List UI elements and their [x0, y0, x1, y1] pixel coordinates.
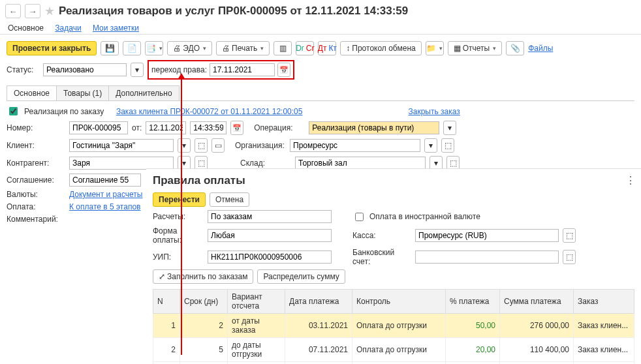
client-open-icon[interactable]: ⬚ [195, 138, 208, 153]
org-dd-icon[interactable]: ▾ [424, 138, 437, 153]
order-link[interactable]: Заказ клиента ПР0К-000072 от 01.11.2021 … [116, 107, 303, 116]
transfer-date-field[interactable] [210, 63, 275, 76]
page-title: Реализация товаров и услуг ПР0К-000095 о… [59, 5, 408, 18]
comment-label: Комментарий: [7, 215, 65, 224]
dtkt-icon[interactable]: ДтКт [318, 41, 336, 55]
contr-label: Контрагент: [7, 159, 65, 168]
back-button[interactable]: ← [5, 4, 21, 18]
order-checkbox[interactable] [9, 107, 18, 115]
contr-field[interactable] [69, 157, 174, 170]
curr-link[interactable]: Документ и расчеты [69, 190, 142, 199]
tab-main[interactable]: Основное [7, 85, 57, 100]
pay-link[interactable]: К оплате в 5 этапов [69, 202, 140, 211]
op-dropdown-icon[interactable]: ▾ [443, 121, 456, 135]
client-label: Клиент: [7, 141, 65, 150]
payform-label: Форма оплаты: [153, 226, 204, 231]
client-card-icon[interactable]: ▭ [211, 138, 225, 153]
annotation-arrow-head [178, 73, 185, 80]
foreign-checkbox[interactable] [355, 213, 364, 221]
order-chk-label: Реализация по заказу [24, 107, 104, 116]
tab-goods[interactable]: Товары (1) [56, 85, 109, 100]
cancel-button[interactable]: Отмена [210, 192, 249, 207]
close-order-link[interactable]: Закрыть заказ [408, 107, 460, 116]
payment-rules-panel: ⋮ Правила оплаты Перенести Отмена Расчет… [146, 168, 641, 231]
transfer-date-group: переход права: 📅 [148, 60, 294, 80]
forward-button[interactable]: → [25, 4, 40, 18]
move-button[interactable]: Перенести [153, 192, 206, 207]
nav-notes[interactable]: Мои заметки [93, 23, 139, 33]
struct-icon[interactable]: 📁▾ [426, 41, 444, 55]
operation-field[interactable] [309, 121, 439, 134]
number-field[interactable] [69, 121, 128, 134]
payform-field[interactable] [208, 229, 332, 231]
kassa-field[interactable] [415, 229, 559, 231]
status-field[interactable] [43, 63, 127, 76]
save-icon[interactable]: 💾 [101, 41, 119, 55]
star-icon[interactable]: ★ [44, 4, 55, 18]
date-field[interactable] [146, 121, 186, 134]
client-dd-icon[interactable]: ▾ [178, 138, 191, 153]
number-label: Номер: [7, 123, 65, 132]
nav-tasks[interactable]: Задачи [55, 23, 81, 33]
report-icon-1[interactable]: ▥ [274, 41, 292, 55]
post-icon[interactable]: 📄 [123, 41, 141, 55]
date-calendar-icon[interactable]: 📅 [230, 121, 243, 135]
files-link[interactable]: Файлы [528, 44, 553, 53]
calendar-icon[interactable]: 📅 [277, 63, 290, 77]
org-label: Организация: [235, 141, 286, 150]
status-dropdown-icon[interactable]: ▾ [131, 63, 144, 77]
drcr-icon[interactable]: DrCr [296, 41, 314, 55]
client-field[interactable] [69, 139, 174, 152]
org-open-icon[interactable]: ⬚ [441, 138, 454, 153]
kassa-open-icon[interactable]: ⬚ [563, 228, 576, 231]
panel-title: Правила оплаты [153, 174, 634, 187]
create-based-icon[interactable]: 📑▾ [145, 41, 163, 55]
post-close-button[interactable]: Провести и закрыть [7, 41, 97, 55]
from-label: от: [132, 123, 142, 132]
protocol-button[interactable]: ↕ Протокол обмена [340, 41, 421, 55]
annotation-arrow-line [181, 76, 182, 231]
foreign-label: Оплата в иностранной валюте [369, 212, 480, 221]
pay-label: Оплата: [7, 202, 65, 211]
operation-label: Операция: [254, 123, 305, 132]
org-field[interactable] [290, 139, 420, 152]
print-button[interactable]: 🖨 Печать▾ [216, 41, 270, 55]
time-field[interactable] [190, 121, 227, 134]
wh-field[interactable] [295, 157, 426, 170]
reports-button[interactable]: ▦ Отчеты▾ [448, 41, 502, 55]
edo-button[interactable]: 🖨 ЭДО▾ [167, 41, 212, 55]
agr-label: Соглашение: [7, 175, 65, 185]
calc-field[interactable] [208, 210, 332, 223]
tab-extra[interactable]: Дополнительно [108, 85, 179, 100]
agr-field[interactable] [69, 174, 141, 187]
wh-label: Склад: [240, 159, 291, 168]
curr-label: Валюты: [7, 190, 65, 199]
panel-menu-icon[interactable]: ⋮ [625, 174, 636, 187]
calc-label: Расчеты: [153, 212, 204, 221]
status-label: Статус: [7, 65, 39, 74]
nav-main[interactable]: Основное [8, 23, 44, 33]
attach-icon[interactable]: 📎 [506, 41, 524, 55]
